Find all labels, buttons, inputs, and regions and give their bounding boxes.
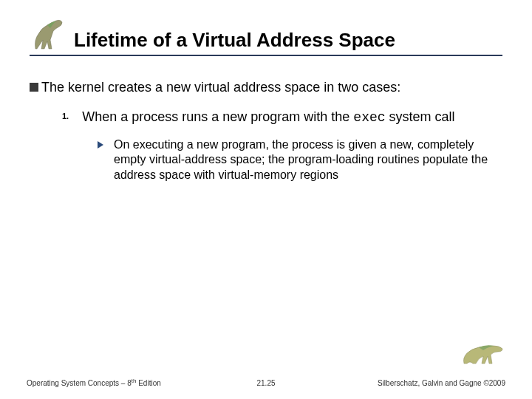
code-exec: exec — [353, 110, 385, 125]
footer-left: Operating System Concepts – 8th Edition — [27, 378, 161, 387]
main-bullet: The kernel creates a new virtual address… — [30, 78, 502, 96]
item-body: When a process runs a new program with t… — [82, 108, 454, 126]
footer-left-a: Operating System Concepts – 8 — [27, 379, 132, 387]
item-text-b: system call — [386, 109, 455, 124]
item-marker: 1. — [62, 112, 69, 120]
dinosaur-right-icon — [461, 337, 505, 366]
main-bullet-text: The kernel creates a new virtual address… — [41, 78, 400, 96]
copyright: Silberschatz, Galvin and Gagne ©2009 — [378, 379, 505, 387]
triangle-bullet-icon — [98, 141, 103, 149]
numbered-item-1: 1. When a process runs a new program wit… — [62, 108, 502, 126]
footer-left-b: Edition — [136, 379, 160, 387]
footer: Operating System Concepts – 8th Edition … — [0, 378, 532, 387]
square-bullet-icon — [30, 83, 38, 92]
page-title: Lifetime of a Virtual Address Space — [74, 29, 502, 52]
item-text-a: When a process runs a new program with t… — [82, 109, 353, 124]
sub-bullet-text: On executing a new program, the process … — [114, 137, 502, 183]
slide: Lifetime of a Virtual Address Space The … — [0, 0, 532, 399]
title-row: Lifetime of a Virtual Address Space — [30, 15, 502, 56]
dinosaur-left-icon — [30, 15, 66, 52]
slide-number: 21.25 — [256, 379, 275, 387]
sub-bullet-1: On executing a new program, the process … — [98, 137, 502, 183]
